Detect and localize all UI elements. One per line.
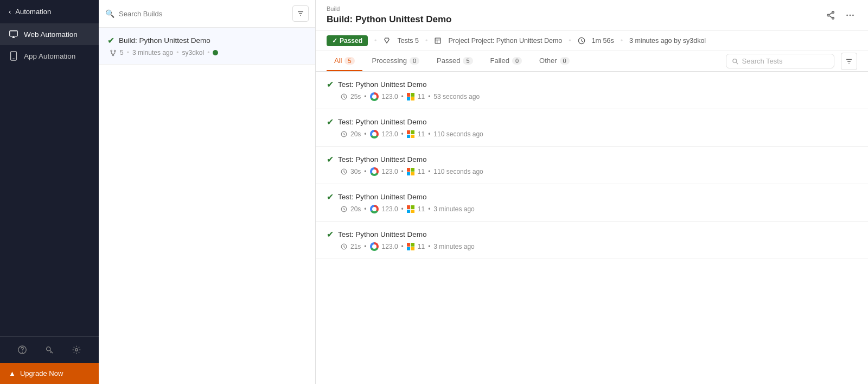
svg-line-25 xyxy=(736,62,738,64)
header-actions xyxy=(824,8,857,22)
build-title: Build: Python Unittest Demo xyxy=(327,14,451,25)
sidebar-item-app-automation-label: App Automation xyxy=(24,52,75,60)
tab-all[interactable]: All 5 xyxy=(327,51,362,71)
tab-all-count: 5 xyxy=(344,57,354,65)
filter-icon xyxy=(297,10,304,17)
clock-sm-icon xyxy=(341,206,347,212)
passed-badge-label: Passed xyxy=(340,37,362,45)
svg-rect-20 xyxy=(436,38,441,43)
test-item-meta: 21s • 123.0 • 11 • 3 minutes ago xyxy=(327,242,857,251)
test-name: Test: Python Unittest Demo xyxy=(338,118,427,126)
test-time-ago: 110 seconds ago xyxy=(433,130,483,138)
test-duration: 30s xyxy=(350,168,361,175)
search-tests-input[interactable] xyxy=(742,57,828,65)
tab-failed[interactable]: Failed 0 xyxy=(483,51,530,71)
test-list: ✔ Test: Python Unittest Demo 25s • 123.0… xyxy=(316,72,868,384)
svg-point-7 xyxy=(47,347,50,351)
build-time-ago-main: 3 minutes ago by sy3dkol xyxy=(629,37,706,45)
clock-sm-icon xyxy=(341,93,347,100)
upgrade-label: Upgrade Now xyxy=(20,369,63,377)
build-item[interactable]: ✔ Build: Python Unittest Demo 5 • 3 minu… xyxy=(99,28,315,65)
test-item[interactable]: ✔ Test: Python Unittest Demo 30s • 123.0… xyxy=(316,147,868,184)
build-title-section: Build Build: Python Unittest Demo xyxy=(327,5,451,25)
chrome-icon xyxy=(370,205,379,213)
build-tests-count: 5 xyxy=(120,49,124,56)
settings-icon[interactable] xyxy=(71,344,82,355)
help-icon[interactable] xyxy=(17,344,28,355)
test-time-ago: 3 minutes ago xyxy=(433,205,474,213)
build-list: ✔ Build: Python Unittest Demo 5 • 3 minu… xyxy=(99,28,315,384)
tab-other[interactable]: Other 0 xyxy=(532,51,577,71)
test-time-ago: 53 seconds ago xyxy=(433,93,480,100)
clock-sm-icon xyxy=(341,168,347,175)
tab-other-label: Other xyxy=(539,56,557,65)
test-item[interactable]: ✔ Test: Python Unittest Demo 25s • 123.0… xyxy=(316,72,868,109)
test-check-icon: ✔ xyxy=(327,79,334,90)
chrome-icon xyxy=(370,167,379,176)
tests-count-icon xyxy=(383,37,391,45)
test-browser-version: 123.0 xyxy=(382,243,398,250)
test-item[interactable]: ✔ Test: Python Unittest Demo 20s • 123.0… xyxy=(316,109,868,147)
svg-point-14 xyxy=(827,14,829,16)
tab-all-label: All xyxy=(334,56,342,65)
test-browser-version: 123.0 xyxy=(382,130,398,138)
test-name: Test: Python Unittest Demo xyxy=(338,80,427,89)
test-os-version: 11 xyxy=(418,93,425,100)
project-name: Project Project: Python Unittest Demo xyxy=(448,37,562,45)
main-header: Build Build: Python Unittest Demo xyxy=(316,0,868,31)
test-item[interactable]: ✔ Test: Python Unittest Demo 21s • 123.0… xyxy=(316,222,868,259)
test-item-meta: 20s • 123.0 • 11 • 3 minutes ago xyxy=(327,205,857,213)
sidebar-item-web-automation[interactable]: Web Automation xyxy=(0,23,99,45)
more-options-button[interactable] xyxy=(843,8,857,22)
svg-rect-0 xyxy=(10,31,17,36)
key-icon[interactable] xyxy=(44,344,55,355)
sidebar-bottom-icons xyxy=(0,336,99,363)
test-item-header: ✔ Test: Python Unittest Demo xyxy=(327,229,857,240)
tab-passed[interactable]: Passed 5 xyxy=(429,51,481,71)
share-icon xyxy=(826,10,835,20)
badge-check-icon: ✓ xyxy=(332,37,337,45)
tabs-row: All 5 Processing 0 Passed 5 Failed 0 Oth… xyxy=(316,51,868,72)
monitor-icon xyxy=(9,29,18,39)
tests-count: Tests 5 xyxy=(397,37,419,45)
sidebar: ‹ Automation Web Automation App Automati… xyxy=(0,0,99,384)
tab-processing-count: 0 xyxy=(410,57,419,65)
share-button[interactable] xyxy=(824,8,838,22)
build-item-header: ✔ Build: Python Unittest Demo xyxy=(107,35,307,46)
chrome-icon xyxy=(370,92,379,101)
test-check-icon: ✔ xyxy=(327,154,334,165)
svg-point-13 xyxy=(832,17,834,20)
sidebar-item-app-automation[interactable]: App Automation xyxy=(0,45,99,67)
build-user: sy3dkol xyxy=(182,49,204,56)
test-browser-version: 123.0 xyxy=(382,205,398,213)
test-item-header: ✔ Test: Python Unittest Demo xyxy=(327,117,857,127)
upgrade-icon: ▲ xyxy=(9,369,16,377)
test-item[interactable]: ✔ Test: Python Unittest Demo 20s • 123.0… xyxy=(316,184,868,222)
main-panel: Build Build: Python Unittest Demo ✓ Pass… xyxy=(316,0,868,384)
test-os-version: 11 xyxy=(418,168,425,175)
clock-icon xyxy=(578,37,585,45)
tab-passed-count: 5 xyxy=(463,57,473,65)
svg-point-9 xyxy=(111,50,112,52)
test-filter-button[interactable] xyxy=(841,53,857,70)
clock-sm-icon xyxy=(341,131,347,137)
test-item-meta: 20s • 123.0 • 11 • 110 seconds ago xyxy=(327,130,857,139)
windows-icon xyxy=(407,243,414,250)
test-browser-version: 123.0 xyxy=(382,168,398,175)
upgrade-bar[interactable]: ▲ Upgrade Now xyxy=(0,363,99,384)
test-item-meta: 30s • 123.0 • 11 • 110 seconds ago xyxy=(327,167,857,176)
search-builds-input[interactable] xyxy=(119,10,288,18)
filter-button[interactable] xyxy=(292,5,309,22)
sidebar-nav: Web Automation App Automation xyxy=(0,23,99,336)
test-item-meta: 25s • 123.0 • 11 • 53 seconds ago xyxy=(327,92,857,101)
search-tests-icon xyxy=(732,58,739,65)
build-meta-row: ✓ Passed • Tests 5 • Project Project: Py… xyxy=(316,31,868,51)
sidebar-back-button[interactable]: ‹ Automation xyxy=(0,0,99,23)
tab-processing[interactable]: Processing 0 xyxy=(365,51,427,71)
svg-point-6 xyxy=(22,352,23,352)
build-name: Build: Python Unittest Demo xyxy=(119,36,210,45)
passed-check-icon: ✔ xyxy=(107,35,114,46)
test-os-version: 11 xyxy=(418,205,425,213)
project-icon xyxy=(434,37,442,45)
test-filter-icon xyxy=(845,58,853,65)
